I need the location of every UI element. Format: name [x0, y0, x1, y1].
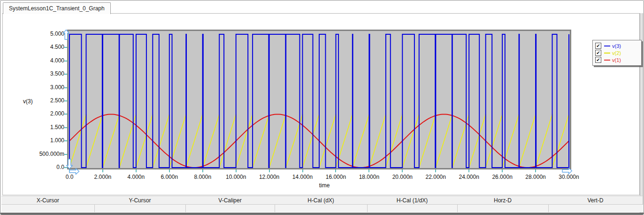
measure-value-v-caliper[interactable]: [185, 205, 275, 212]
y-tick-label: 5.000: [19, 31, 64, 38]
measure-value-vert-d[interactable]: [548, 205, 643, 212]
x-tick-mark: [169, 169, 170, 172]
y-tick-label: 3.500: [19, 70, 64, 78]
legend-label: v(1): [612, 57, 621, 63]
y-tick-label: 3.000: [19, 84, 64, 92]
y-tick-label: 1.000: [19, 137, 64, 145]
trace-v3: [69, 34, 569, 168]
measure-label-h-cal-1-dx: H-Cal (1/dX): [367, 197, 457, 204]
y-tick-label: 4.000: [19, 57, 64, 65]
tab-title: SystemLesson1C_Transient_0_Graph: [9, 5, 105, 12]
measure-value-row: [1, 205, 643, 212]
measure-label-h-cal-dx: H-Cal (dX): [275, 197, 367, 204]
measure-value-x-cursor[interactable]: [1, 205, 94, 212]
y-cursor-bottom-handle[interactable]: [66, 159, 73, 169]
legend-label: v(2): [612, 50, 621, 56]
legend-checkbox-v-2[interactable]: ✔: [595, 50, 601, 56]
x-tick-mark: [535, 169, 536, 172]
measure-label-vert-d: Vert-D: [548, 197, 643, 204]
plot-area[interactable]: [67, 30, 571, 169]
legend-checkbox-v-1[interactable]: ✔: [595, 57, 601, 63]
x-tick-mark: [468, 169, 469, 172]
legend-box: ✔v(3)✔v(2)✔v(1): [592, 40, 642, 66]
measure-label-v-caliper: V-Caliper: [185, 197, 275, 204]
legend-swatch: [604, 46, 610, 46]
x-cursor-left-handle[interactable]: [69, 168, 79, 175]
x-tick-mark: [335, 169, 336, 172]
legend-swatch: [604, 60, 610, 61]
x-tick-mark: [435, 169, 436, 172]
measure-value-y-cursor[interactable]: [94, 205, 186, 212]
legend-swatch: [604, 53, 610, 54]
y-tick-label: 2.500: [19, 97, 64, 105]
legend-label: v(3): [612, 43, 621, 49]
x-tick-mark: [368, 169, 369, 172]
x-tick-mark: [236, 169, 237, 172]
legend-item-v-2: ✔v(2): [595, 49, 639, 56]
y-tick-label: 2.000: [19, 110, 64, 118]
measure-value-h-cal-dx[interactable]: [275, 205, 368, 212]
x-cursor-right-handle[interactable]: [562, 168, 572, 174]
graph-window: SystemLesson1C_Transient_0_Graph v(3) 5.…: [0, 0, 644, 215]
y-tick-label: 1.500: [19, 124, 64, 131]
x-tick-mark: [136, 169, 137, 172]
measure-label-row: X-CursorY-CursorV-CaliperH-Cal (dX)H-Cal…: [1, 196, 643, 205]
x-tick-mark: [502, 169, 503, 172]
legend-item-v-3: ✔v(3): [595, 42, 639, 49]
legend-checkbox-v-3[interactable]: ✔: [595, 43, 601, 49]
y-cursor-top-handle[interactable]: [63, 30, 69, 40]
y-tick-label: 500.000m: [19, 151, 64, 158]
x-tick-mark: [202, 169, 203, 172]
y-tick-label: 0.0: [19, 164, 64, 171]
y-tick-label: 4.500: [19, 44, 64, 51]
measure-label-x-cursor: X-Cursor: [1, 197, 94, 204]
waveform-canvas[interactable]: [69, 31, 570, 168]
legend-item-v-1: ✔v(1): [595, 56, 639, 63]
x-tick-mark: [402, 169, 403, 172]
tab-graph[interactable]: SystemLesson1C_Transient_0_Graph: [3, 2, 111, 14]
measure-label-horz-d: Horz-D: [457, 197, 548, 204]
x-tick-mark: [269, 169, 270, 172]
window-bottom-edge: [0, 213, 644, 215]
x-tick-label: 30.000n: [549, 174, 589, 180]
x-tick-mark: [102, 169, 103, 172]
measure-value-h-cal-1-dx[interactable]: [367, 205, 458, 212]
measure-value-horz-d[interactable]: [457, 205, 549, 212]
measure-label-y-cursor: Y-Cursor: [94, 197, 185, 204]
x-axis-title: time: [306, 182, 343, 189]
x-tick-mark: [302, 169, 303, 172]
